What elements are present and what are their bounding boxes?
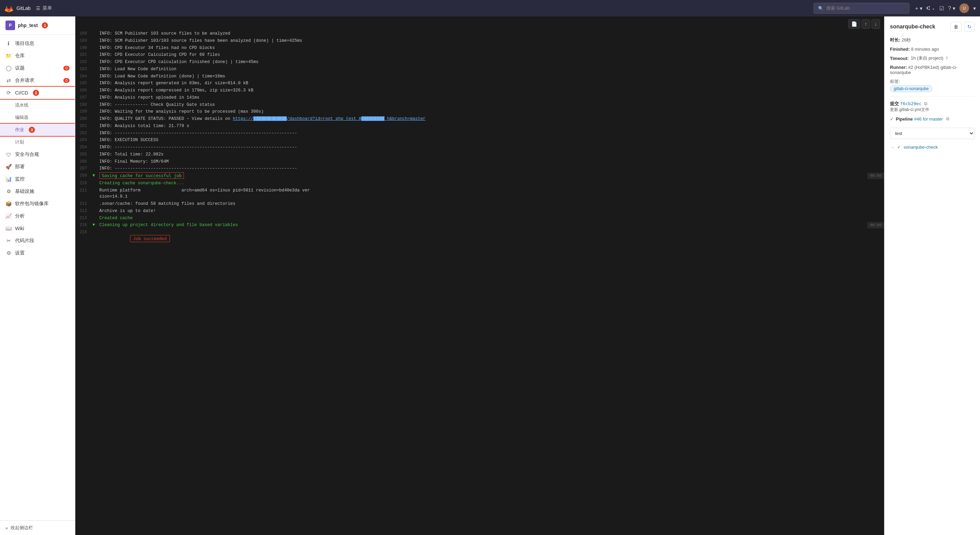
sidebar-item-project-info[interactable]: ℹ 项目信息: [0, 37, 75, 50]
sidebar-label-security: 安全与合规: [15, 151, 39, 158]
timeout-label: Timeout:: [890, 56, 909, 61]
merge-request-icon[interactable]: ⑆ ▾: [927, 5, 935, 11]
sidebar-item-cicd[interactable]: ⟳ CI/CD 2: [0, 87, 75, 99]
repo-icon: 📁: [5, 53, 12, 59]
log-line: 210 Creating cache sonarqube-check...: [75, 180, 884, 187]
merge-icon: ⇄: [5, 77, 12, 84]
top-navigation: GitLab ☰ 菜单 🔍 搜索 GitLab + ▾ ⑆ ▾ ☑ ? ▾ U …: [0, 0, 980, 16]
sidebar-item-monitor[interactable]: 📊 监控: [0, 173, 75, 185]
log-line: 192 INFO: CPD Executor CPD calculation f…: [75, 59, 884, 66]
pipeline-success-icon: ✓: [890, 116, 894, 122]
wiki-icon: 📖: [5, 225, 12, 231]
sidebar-collapse-button[interactable]: « 收起侧边栏: [0, 520, 75, 535]
sidebar-item-snippets[interactable]: ✂ 代码片段: [0, 235, 75, 247]
sidebar-item-deploy[interactable]: 🚀 部署: [0, 161, 75, 173]
sidebar-item-jobs[interactable]: 作业 3: [0, 124, 75, 136]
tags-label: 标签:: [890, 78, 975, 84]
sidebar-label-merge-requests: 合并请求: [15, 77, 34, 84]
log-line: 202 INFO: ------------------------------…: [75, 130, 884, 137]
right-panel-actions: 🗑 ↻: [951, 22, 975, 32]
sidebar-label-wiki: Wiki: [15, 226, 24, 231]
deploy-icon: 🚀: [5, 164, 12, 170]
analytics-icon: 📈: [5, 213, 12, 219]
log-time-209: 00:00: [867, 173, 884, 179]
log-line-saving-cache: 209 ▼ Saving cache for successful job 00…: [75, 172, 884, 180]
sidebar-item-security[interactable]: 🛡 安全与合规: [0, 148, 75, 161]
pipeline-link[interactable]: Pipeline #46 for master: [896, 116, 943, 122]
sidebar-label-deploy: 部署: [15, 164, 25, 170]
stage-select[interactable]: test: [890, 128, 975, 139]
sidebar-item-pipelines[interactable]: 流水线: [0, 99, 75, 111]
log-line: 190 INFO: CPD Executor 34 files had no C…: [75, 45, 884, 52]
copy-commit-icon[interactable]: ⧉: [924, 101, 927, 106]
sidebar-label-infrastructure: 基础设施: [15, 188, 34, 194]
sidebar-item-infrastructure[interactable]: ⚙ 基础设施: [0, 185, 75, 197]
quality-gate-link[interactable]: https://█████████████/dashboard?id=root_…: [233, 116, 426, 121]
sidebar-item-packages[interactable]: 📦 软件包与镜像库: [0, 197, 75, 210]
user-avatar[interactable]: U: [959, 3, 969, 13]
sidebar-item-issues[interactable]: ◯ 议题 0: [0, 62, 75, 74]
main-layout: P php_test 1 ℹ 项目信息 📁 仓库 ◯ 议题 0 ⇄: [0, 16, 980, 535]
sidebar-item-analytics[interactable]: 📈 分析: [0, 210, 75, 222]
monitor-icon: 📊: [5, 176, 12, 182]
cicd-icon: ⟳: [5, 90, 12, 96]
log-line-cleanup: 216 ▼ Cleaning up project directory and …: [75, 221, 884, 229]
search-icon: 🔍: [818, 6, 824, 11]
step-badge-3: 3: [29, 127, 35, 133]
right-panel-title-row: sonarqube-check 🗑 ↻: [890, 22, 975, 32]
finished-value: 8 minutes ago: [911, 46, 939, 52]
runner-row: Runner: #2 (HxPBK1ed) gitlab-ci-sonarqub…: [890, 65, 975, 75]
retry-job-button[interactable]: ↻: [964, 22, 975, 32]
search-bar[interactable]: 🔍 搜索 GitLab: [814, 3, 910, 14]
log-area[interactable]: 📄 ↑ ↓ 188 INFO: SCM Publisher 103 source…: [75, 16, 884, 535]
sidebar-label-snippets: 代码片段: [15, 238, 34, 244]
timeout-value: 1h (来自 project): [911, 55, 943, 61]
commit-row: 提交 f6cb29ec ⧉ 更新.gitlab-ci.yml文件: [890, 101, 975, 113]
log-line: 198 INFO: ------------- Check Quality Ga…: [75, 101, 884, 108]
sidebar-label-cicd: CI/CD: [15, 90, 28, 96]
create-button[interactable]: + ▾: [915, 5, 923, 12]
sidebar-item-plans[interactable]: 计划: [0, 136, 75, 148]
nav-icons: + ▾ ⑆ ▾ ☑ ? ▾ U ▾: [915, 3, 976, 13]
timeout-help-icon[interactable]: ?: [945, 56, 948, 61]
sidebar: P php_test 1 ℹ 项目信息 📁 仓库 ◯ 议题 0 ⇄: [0, 16, 75, 535]
job-title: sonarqube-check: [890, 24, 935, 30]
sidebar-item-editor[interactable]: 编辑器: [0, 111, 75, 124]
log-line: 212 .sonar/cache: found 58 matching file…: [75, 201, 884, 207]
todo-icon[interactable]: ☑: [939, 5, 944, 12]
delete-job-button[interactable]: 🗑: [951, 22, 961, 32]
timeout-row: Timeout: 1h (来自 project) ?: [890, 55, 975, 61]
log-line-job-succeeded: 218 Job succeeded: [75, 229, 884, 254]
collapse-label: 收起侧边栏: [11, 525, 33, 531]
sidebar-item-repo[interactable]: 📁 仓库: [0, 50, 75, 62]
project-avatar: P: [5, 21, 15, 30]
sidebar-label-packages: 软件包与镜像库: [15, 201, 49, 207]
commit-label: 提交: [890, 101, 899, 106]
sidebar-label-pipelines: 流水线: [15, 102, 29, 108]
log-line: 194 INFO: Load New Code definition (done…: [75, 73, 884, 80]
gitlab-logo[interactable]: GitLab: [4, 3, 30, 13]
gitlab-wordmark: GitLab: [16, 5, 30, 11]
commit-message: 更新.gitlab-ci.yml文件: [890, 107, 929, 112]
sidebar-project[interactable]: P php_test 1: [0, 16, 75, 35]
commit-hash-link[interactable]: f6cb29ec: [900, 101, 922, 106]
security-icon: 🛡: [5, 152, 12, 158]
help-icon[interactable]: ? ▾: [948, 5, 955, 12]
log-line: 213 Archive is up to date!: [75, 207, 884, 215]
scroll-bottom-button[interactable]: ↓: [872, 19, 880, 29]
hamburger-icon: ☰: [36, 5, 40, 11]
copy-pipeline-icon[interactable]: ⧉: [946, 116, 949, 122]
sidebar-item-settings[interactable]: ⚙ 设置: [0, 247, 75, 259]
job-name[interactable]: sonarqube-check: [904, 145, 938, 150]
sidebar-label-issues: 议题: [15, 65, 25, 71]
sidebar-item-merge-requests[interactable]: ⇄ 合并请求 0: [0, 74, 75, 87]
avatar-chevron[interactable]: ▾: [973, 5, 976, 12]
scroll-top-button[interactable]: ↑: [862, 19, 870, 29]
project-name: php_test: [18, 22, 38, 28]
menu-button[interactable]: ☰ 菜单: [36, 5, 52, 11]
pipeline-row: ✓ Pipeline #46 for master ⧉: [890, 116, 975, 122]
log-line: 204 INFO: ------------------------------…: [75, 144, 884, 151]
raw-log-button[interactable]: 📄: [848, 19, 860, 29]
sidebar-item-wiki[interactable]: 📖 Wiki: [0, 222, 75, 235]
log-line: 188 INFO: SCM Publisher 103 source files…: [75, 30, 884, 37]
